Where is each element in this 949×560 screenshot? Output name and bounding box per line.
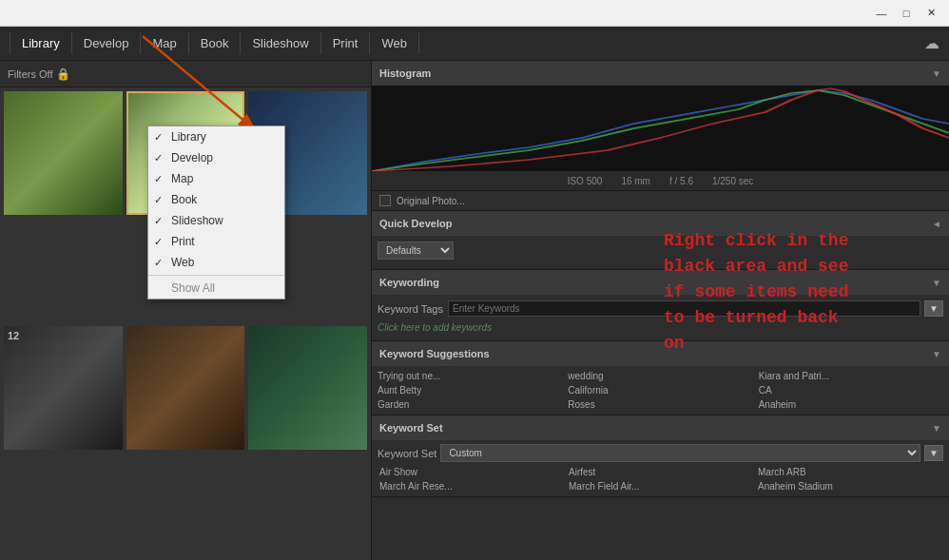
minimize-button[interactable]: — (873, 5, 890, 22)
aperture: f / 5.6 (669, 176, 693, 186)
menu-item-print[interactable]: Print (321, 32, 371, 54)
left-panel: Filters Off 🔒 12 ✓ Library (0, 61, 371, 560)
keyword-suggestions-collapse-icon: ▼ (932, 349, 941, 359)
histogram-title: Histogram (379, 68, 431, 79)
suggestion-8[interactable]: Anaheim (757, 398, 945, 411)
maximize-button[interactable]: □ (898, 5, 915, 22)
qd-defaults-select[interactable]: Defaults (378, 241, 454, 260)
original-photo-checkbox[interactable] (379, 195, 391, 206)
photo-cell-1[interactable] (4, 91, 123, 215)
menu-bar: Library Develop Map Book Slideshow Print… (0, 27, 949, 61)
ks-item-4[interactable]: March Field Air... (567, 480, 754, 492)
ctx-develop[interactable]: ✓ Develop (148, 147, 284, 168)
keywording-collapse-icon: ▼ (932, 278, 941, 288)
histogram-collapse-icon: ▼ (932, 68, 941, 79)
keyword-suggestions-title: Keyword Suggestions (379, 348, 490, 359)
histogram-section: Histogram ▼ ISO 50 (372, 61, 949, 191)
ctx-show-all[interactable]: Show All (148, 278, 284, 299)
ctx-library[interactable]: ✓ Library (148, 126, 284, 147)
ctx-map[interactable]: ✓ Map (148, 168, 284, 189)
menu-item-web[interactable]: Web (370, 32, 419, 54)
ctx-divider (148, 275, 284, 276)
filter-text: Filters Off (8, 68, 52, 80)
histogram-header[interactable]: Histogram ▼ (372, 61, 949, 86)
suggestion-6[interactable]: Garden (376, 398, 564, 411)
photo-cell-6[interactable] (248, 326, 367, 450)
suggestion-5[interactable]: CA (757, 384, 945, 396)
ks-item-0[interactable]: Air Show (378, 466, 565, 478)
photo-number: 12 (8, 330, 19, 341)
check-develop: ✓ (154, 152, 163, 164)
quick-develop-title: Quick Develop (379, 218, 452, 229)
annotation-text: Right click in the black area and see if… (664, 228, 930, 357)
histogram-area (372, 86, 949, 171)
photo-cell-4[interactable]: 12 (4, 326, 123, 450)
keyword-set-row: Keyword Set Custom ▼ (378, 444, 943, 462)
ks-item-5[interactable]: Anaheim Stadium (756, 480, 943, 492)
context-menu: ✓ Library ✓ Develop ✓ Map ✓ Book ✓ Sli (147, 126, 285, 299)
ks-item-1[interactable]: Airfest (567, 466, 754, 478)
shutter-speed: 1/250 sec (712, 176, 753, 186)
suggestion-3[interactable]: Aunt Betty (376, 384, 564, 396)
suggestion-1[interactable]: wedding (566, 370, 754, 382)
ks-item-2[interactable]: March ARB (756, 466, 943, 478)
check-book: ✓ (154, 194, 163, 206)
keyword-tags-label: Keyword Tags (378, 303, 444, 315)
suggestion-2[interactable]: Kiara and Patri... (757, 370, 945, 382)
keyword-set-btn[interactable]: ▼ (924, 445, 943, 461)
check-print: ✓ (154, 236, 163, 248)
keyword-set-select[interactable]: Custom (440, 444, 920, 462)
keyword-set-grid: Air Show Airfest March ARB March Air Res… (378, 466, 943, 492)
menu-item-book[interactable]: Book (189, 32, 242, 54)
histogram-chart (372, 86, 949, 171)
close-button[interactable]: ✕ (922, 5, 939, 22)
check-map: ✓ (154, 173, 163, 185)
quick-develop-collapse-icon: ◄ (932, 219, 941, 229)
window-controls: — □ ✕ (873, 5, 949, 22)
ctx-web[interactable]: ✓ Web (148, 252, 284, 273)
menu-item-slideshow[interactable]: Slideshow (241, 32, 320, 54)
histogram-info: ISO 500 16 mm f / 5.6 1/250 sec (372, 171, 949, 190)
keyword-set-header[interactable]: Keyword Set ▼ (372, 415, 949, 440)
keyword-set-label: Keyword Set (378, 448, 436, 459)
iso-value: ISO 500 (568, 176, 603, 186)
ctx-print[interactable]: ✓ Print (148, 231, 284, 252)
suggestion-7[interactable]: Roses (566, 398, 754, 411)
focal-length: 16 mm (621, 176, 650, 186)
menu-item-develop[interactable]: Develop (72, 32, 142, 54)
menu-item-library[interactable]: Library (10, 32, 72, 54)
filter-bar: Filters Off 🔒 (0, 61, 371, 87)
ks-item-3[interactable]: March Air Rese... (378, 480, 565, 492)
suggestion-0[interactable]: Trying out ne... (376, 370, 564, 382)
keyword-set-area: Keyword Set Custom ▼ Air Show Airfest Ma… (372, 440, 949, 496)
check-web: ✓ (154, 257, 163, 269)
original-photo-label: Original Photo... (397, 196, 465, 206)
suggestions-grid: Trying out ne... wedding Kiara and Patri… (372, 366, 949, 415)
check-library: ✓ (154, 131, 163, 144)
original-photo-row: Original Photo... (372, 191, 949, 211)
keyword-set-section: Keyword Set ▼ Keyword Set Custom ▼ Air S… (372, 415, 949, 497)
photo-cell-5[interactable] (126, 326, 245, 450)
menu-item-map[interactable]: Map (141, 32, 188, 54)
check-slideshow: ✓ (154, 215, 163, 227)
window-chrome: — □ ✕ (0, 0, 949, 27)
ctx-book[interactable]: ✓ Book (148, 189, 284, 210)
cloud-icon[interactable]: ☁ (924, 34, 939, 52)
keyword-set-title: Keyword Set (379, 422, 443, 434)
keyword-set-collapse-icon: ▼ (932, 423, 941, 434)
keywording-title: Keywording (379, 277, 439, 288)
suggestion-4[interactable]: California (566, 384, 754, 396)
lock-icon[interactable]: 🔒 (56, 68, 70, 81)
ctx-slideshow[interactable]: ✓ Slideshow (148, 210, 284, 231)
